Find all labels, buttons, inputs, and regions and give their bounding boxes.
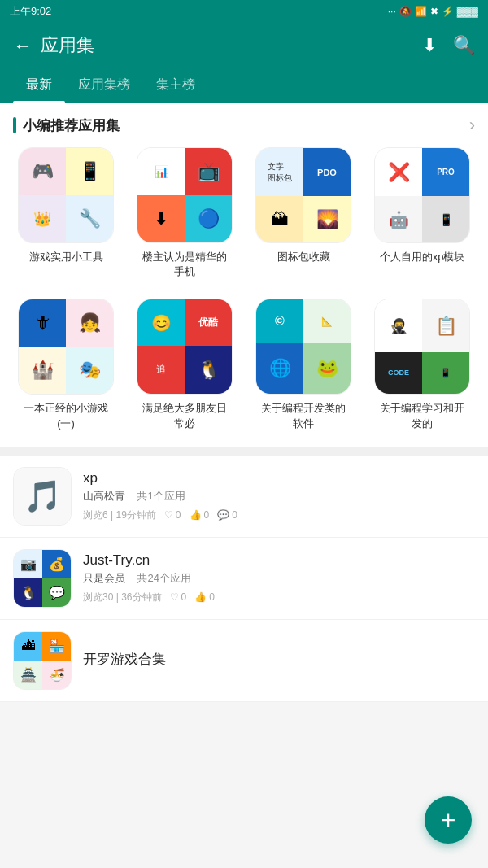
app-item-master[interactable]: 📊 📺 ⬇ 🔵 楼主认为是精华的手机 [125,144,244,282]
icon-cell: PRO [422,148,469,196]
icon-cell: 💰 [42,550,71,578]
list-title-xp: xp [83,470,475,486]
list-sub-just-try: 只是会员 共24个应用 [83,571,475,586]
icon-cell: 📱 [66,148,113,195]
recommended-more-arrow[interactable]: › [469,115,475,136]
icon-cell: 🤖 [375,196,422,242]
icon-cell: PDO [303,148,351,196]
app-item-games[interactable]: 🗡 👧 🏰 🎭 一本正经的小游戏(一) [7,295,125,434]
app-item-learn[interactable]: 🥷 📋 CODE 📱 关于编程学习和开发的 [363,295,481,434]
music-icon: 🎵 [24,478,62,514]
icon-cell: 📷 [14,550,42,578]
list-info-xp: xp 山高松青 共1个应用 浏览6 | 19分钟前 ♡ 0 👍 0 💬 0 [83,470,475,522]
app-item-daily[interactable]: 😊 优酷 追 🐧 满足绝大多朋友日常必 [125,295,244,434]
app-item-icons[interactable]: 文字图标包 PDO 🏔 🌄 图标包收藏 [244,144,363,282]
icon-cell: 📋 [422,299,469,352]
download-icon[interactable]: ⬇ [422,35,437,56]
list-count-just-try: 共24个应用 [137,572,190,584]
app-icon-daily: 😊 优酷 追 🐧 [137,299,233,395]
app-icon-games-tools: 🎮 📱 👑 🔧 [18,147,114,243]
icon-cell: 👑 [19,195,66,242]
icon-cell: 📱 [422,196,469,242]
signal-icon: ··· [388,6,396,17]
app-icon-games: 🗡 👧 🏰 🎭 [18,299,114,395]
icon-cell: 📐 [303,299,351,343]
app-label-games-tools: 游戏实用小工具 [29,250,103,264]
list-thumbs-just-try: 👍 0 [194,591,215,603]
list-likes-xp: ♡ 0 [164,509,181,521]
app-icon-icons: 文字图标包 PDO 🏔 🌄 [255,147,351,243]
list-views-just-try: 浏览30 | 36分钟前 [83,591,162,604]
icon-cell: 🏙 [14,632,42,661]
app-grid-row1: 🎮 📱 👑 🔧 游戏实用小工具 📊 📺 ⬇ 🔵 楼主认为是精华的手机 文字图标包… [0,144,488,295]
list-sub-xp: 山高松青 共1个应用 [83,489,475,504]
icon-cell: 🏔 [256,196,303,242]
list-author-xp: 山高松青 [83,490,125,502]
icon-cell: 📺 [185,148,232,195]
section-divider [0,447,488,456]
back-button[interactable]: ← [13,34,33,57]
icon-cell: 🏰 [19,347,66,394]
list-thumbs-xp: 👍 0 [190,509,210,521]
list-views-xp: 浏览6 | 19分钟前 [83,508,156,522]
icon-cell: 🍜 [42,661,71,689]
app-grid-row2: 🗡 👧 🏰 🎭 一本正经的小游戏(一) 😊 优酷 追 🐧 满足绝大多朋友日常必 … [0,295,488,447]
app-icon-xp: ❌ PRO 🤖 📱 [374,147,470,243]
recommended-title: 小编推荐应用集 [23,116,120,135]
list-item-just-try[interactable]: 📷 💰 🐧 💬 Just-Try.cn 只是会员 共24个应用 浏览30 | 3… [0,538,488,620]
icon-cell: 👧 [66,299,113,347]
icon-cell: 🐧 [185,346,232,394]
list-meta-xp: 浏览6 | 19分钟前 ♡ 0 👍 0 💬 0 [83,508,475,522]
x-icon: ✖ [430,6,438,17]
search-icon[interactable]: 🔍 [453,35,475,56]
list-title-just-try: Just-Try.cn [83,552,475,569]
app-item-games-tools[interactable]: 🎮 📱 👑 🔧 游戏实用小工具 [7,144,125,282]
tab-latest[interactable]: 最新 [13,68,65,102]
app-label-xp: 个人自用的xp模块 [380,250,465,264]
icon-cell: 🥷 [375,299,422,352]
list-title-kailo: 开罗游戏合集 [83,650,475,669]
list-author-just-try: 只是会员 [83,572,125,584]
icon-cell: ❌ [375,148,422,196]
icon-cell: ⬇ [137,195,185,242]
list-item-kailo[interactable]: 🏙 🏪 🏯 🍜 开罗游戏合集 [0,620,488,702]
app-label-learn: 关于编程学习和开发的 [377,401,467,430]
list-info-just-try: Just-Try.cn 只是会员 共24个应用 浏览30 | 36分钟前 ♡ 0… [83,552,475,604]
icon-cell: 😊 [137,299,185,346]
app-item-dev[interactable]: © 📐 🌐 🐸 关于编程开发类的软件 [244,295,363,434]
icon-cell: 🌄 [303,196,351,242]
icon-cell: 🏯 [14,661,42,689]
tab-curators[interactable]: 集主榜 [143,68,208,102]
fab-button[interactable]: + [425,796,472,844]
list-item-xp[interactable]: 🎵 xp 山高松青 共1个应用 浏览6 | 19分钟前 ♡ 0 👍 0 💬 0 [0,456,488,538]
icon-cell: 🎮 [19,148,66,195]
tab-ranking[interactable]: 应用集榜 [65,68,143,102]
header-actions: ⬇ 🔍 [422,35,475,56]
icon-cell: 🔵 [185,195,232,242]
mute-icon: 🔕 [399,6,412,17]
app-label-master: 楼主认为是精华的手机 [140,250,229,279]
icon-cell: 💬 [42,578,71,607]
list-icon-music: 🎵 [14,467,71,526]
status-bar: 上午9:02 ··· 🔕 📶 ✖ ⚡ ▓▓▓ [0,0,488,23]
section-bar [13,117,16,133]
icon-cell: 🗡 [19,299,66,347]
app-label-daily: 满足绝大多朋友日常必 [140,401,229,430]
recommended-section-header: 小编推荐应用集 › [0,103,488,144]
header: ← 应用集 ⬇ 🔍 [0,23,488,68]
app-icon-dev: © 📐 🌐 🐸 [255,299,351,395]
app-icon-learn: 🥷 📋 CODE 📱 [374,299,470,395]
icon-cell: © [256,299,303,343]
app-icon-master: 📊 📺 ⬇ 🔵 [137,147,233,243]
icon-cell: 📊 [137,148,185,195]
app-item-xp[interactable]: ❌ PRO 🤖 📱 个人自用的xp模块 [363,144,481,282]
app-label-dev: 关于编程开发类的软件 [259,401,348,430]
list-icon-kailo: 🏙 🏪 🏯 🍜 [13,631,72,690]
icon-cell: 🌐 [256,343,303,394]
page-title: 应用集 [41,33,422,58]
icon-cell: 🐸 [303,343,351,394]
icon-cell: 文字图标包 [256,148,303,196]
list-likes-just-try: ♡ 0 [170,591,187,603]
icon-cell: 🏪 [42,632,71,661]
list-count-xp: 共1个应用 [137,490,185,502]
